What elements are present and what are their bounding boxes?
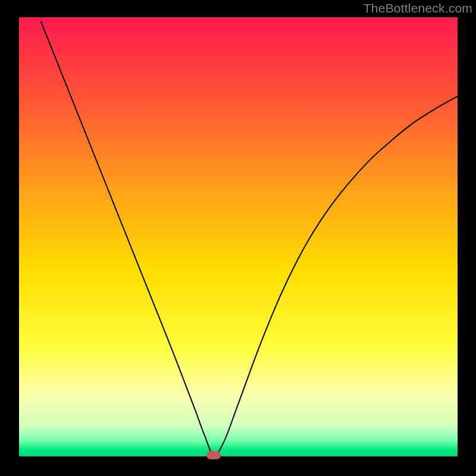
chart-container: TheBottleneck.com xyxy=(0,0,476,476)
bottleneck-min-marker xyxy=(206,451,221,459)
chart-svg xyxy=(19,17,458,456)
plot-area xyxy=(19,17,458,456)
watermark-text: TheBottleneck.com xyxy=(364,1,472,15)
gradient-background xyxy=(19,17,458,456)
